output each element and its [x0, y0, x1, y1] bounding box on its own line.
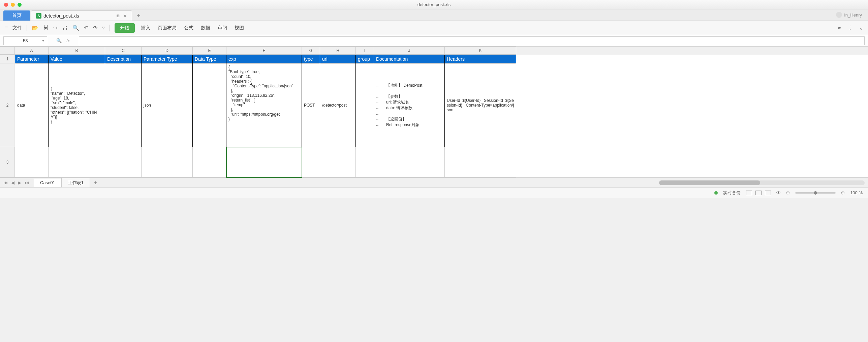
col-header-F[interactable]: F	[226, 47, 302, 55]
col-header-B[interactable]: B	[49, 47, 105, 55]
scrollbar-thumb[interactable]	[659, 180, 760, 185]
cell-D3[interactable]	[142, 147, 193, 177]
user-area[interactable]: In_Henry	[836, 9, 862, 21]
cell-E1[interactable]: Data Type	[193, 55, 226, 63]
cell-H1[interactable]: url	[320, 55, 356, 63]
view-page-icon[interactable]	[755, 191, 762, 195]
share-icon[interactable]: ∝	[838, 25, 841, 31]
collapse-ribbon-icon[interactable]: ⌄	[859, 25, 863, 31]
col-header-K[interactable]: K	[445, 47, 516, 55]
cell-J1[interactable]: Documentation	[374, 55, 445, 63]
zoom-slider[interactable]	[795, 192, 836, 194]
view-split-icon[interactable]	[765, 191, 771, 195]
chevron-down-icon[interactable]: ▼	[41, 39, 45, 42]
col-header-G[interactable]: G	[302, 47, 320, 55]
backup-status-label[interactable]: 实时备份	[723, 190, 741, 196]
cell-K3[interactable]	[445, 147, 516, 177]
row-header-3[interactable]: 3	[0, 147, 15, 177]
undo-icon[interactable]: ↶	[84, 25, 88, 31]
row-header-2[interactable]: 2	[0, 63, 15, 147]
cell-C3[interactable]	[105, 147, 142, 177]
cell-I2[interactable]	[356, 63, 374, 147]
cell-E2[interactable]	[193, 63, 226, 147]
cell-B3[interactable]	[49, 147, 105, 177]
eye-icon[interactable]: 👁	[776, 190, 781, 195]
zoom-out-button[interactable]: ⊖	[786, 190, 790, 195]
col-header-E[interactable]: E	[193, 47, 226, 55]
print-icon[interactable]: 🖨	[62, 25, 68, 31]
sheet-last-icon[interactable]: ⏭	[25, 180, 29, 185]
cell-B2[interactable]: { "name": "Detector", "age": 18, "sex": …	[49, 63, 105, 147]
cell-C2[interactable]	[105, 63, 142, 147]
row-header-1[interactable]: 1	[0, 55, 15, 63]
sheet-tab-case01[interactable]: Case01	[34, 178, 62, 187]
start-menu[interactable]: 开始	[115, 23, 135, 33]
sheet-first-icon[interactable]: ⏮	[3, 180, 8, 185]
cell-F2[interactable]: { "Bool_type": true, "count": 10, "heade…	[226, 63, 302, 147]
export-icon[interactable]: ↪	[53, 25, 58, 31]
menu-view[interactable]: 视图	[233, 25, 245, 31]
cell-A3[interactable]	[15, 147, 49, 177]
cell-I3[interactable]	[356, 147, 374, 177]
cell-H3[interactable]	[320, 147, 356, 177]
zoom-slider-knob[interactable]	[814, 191, 817, 195]
sheet-tab-worksheet1[interactable]: 工作表1	[62, 178, 90, 188]
sheet-prev-icon[interactable]: ◀	[11, 180, 14, 185]
cell-G2[interactable]: POST	[302, 63, 320, 147]
cell-reference-box[interactable]: F3 ▼	[3, 36, 47, 45]
more-icon[interactable]: ⋮	[847, 25, 853, 31]
zoom-level[interactable]: 100 %	[850, 190, 863, 195]
col-header-D[interactable]: D	[142, 47, 193, 55]
menu-formula[interactable]: 公式	[183, 25, 195, 31]
hamburger-icon[interactable]: ≡	[5, 25, 8, 31]
col-header-A[interactable]: A	[15, 47, 49, 55]
cell-K1[interactable]: Headers	[445, 55, 516, 63]
dropdown-icon[interactable]: ▽	[102, 26, 105, 30]
col-header-J[interactable]: J	[374, 47, 445, 55]
cell-K2[interactable]: User-Id=${User-Id} Session-Id=${Session-…	[445, 63, 516, 147]
close-window-button[interactable]	[4, 3, 8, 7]
zoom-in-button[interactable]: ⊕	[841, 190, 845, 195]
save-icon[interactable]: 🗄	[43, 25, 49, 31]
cell-G1[interactable]: type	[302, 55, 320, 63]
col-header-C[interactable]: C	[105, 47, 142, 55]
zoom-icon[interactable]: 🔍	[56, 38, 62, 43]
cell-H2[interactable]: /detector/post	[320, 63, 356, 147]
cell-F3[interactable]	[226, 147, 302, 177]
print-preview-icon[interactable]: 🔍	[72, 25, 79, 31]
view-normal-icon[interactable]	[746, 191, 752, 195]
cell-C1[interactable]: Description	[105, 55, 142, 63]
horizontal-scrollbar[interactable]	[659, 180, 865, 185]
cell-A2[interactable]: data	[15, 63, 49, 147]
cell-A1[interactable]: Parameter	[15, 55, 49, 63]
sheet-next-icon[interactable]: ▶	[18, 180, 21, 185]
cell-B1[interactable]: Value	[49, 55, 105, 63]
file-menu[interactable]: 文件	[12, 25, 22, 31]
fx-icon[interactable]: fx	[66, 38, 70, 43]
formula-input[interactable]	[79, 36, 865, 45]
select-all-corner[interactable]	[0, 47, 15, 55]
cell-D2[interactable]: json	[142, 63, 193, 147]
col-header-I[interactable]: I	[356, 47, 374, 55]
menu-review[interactable]: 审阅	[216, 25, 228, 31]
menu-insert[interactable]: 插入	[140, 25, 152, 31]
add-sheet-button[interactable]: +	[90, 180, 101, 186]
maximize-window-button[interactable]	[18, 3, 22, 7]
cell-G3[interactable]	[302, 147, 320, 177]
close-tab-icon[interactable]: ✕	[123, 13, 127, 19]
file-tab[interactable]: S detector_post.xls ⧉ ✕	[31, 10, 132, 21]
cell-J3[interactable]	[374, 147, 445, 177]
add-tab-button[interactable]: +	[133, 10, 145, 21]
menu-data[interactable]: 数据	[199, 25, 212, 31]
popout-icon[interactable]: ⧉	[117, 13, 120, 18]
redo-icon[interactable]: ↷	[93, 25, 97, 31]
minimize-window-button[interactable]	[11, 3, 15, 7]
cell-F1[interactable]: exp	[226, 55, 302, 63]
col-header-H[interactable]: H	[320, 47, 356, 55]
cell-D1[interactable]: Parameter Type	[142, 55, 193, 63]
cell-I1[interactable]: group	[356, 55, 374, 63]
open-folder-icon[interactable]: 📂	[32, 25, 38, 31]
menu-page-layout[interactable]: 页面布局	[156, 25, 178, 31]
cell-J2[interactable]: ...【功能】 DemoPost...【参数】...url: 请求域名...da…	[374, 63, 445, 147]
home-tab[interactable]: 首页	[3, 10, 30, 21]
